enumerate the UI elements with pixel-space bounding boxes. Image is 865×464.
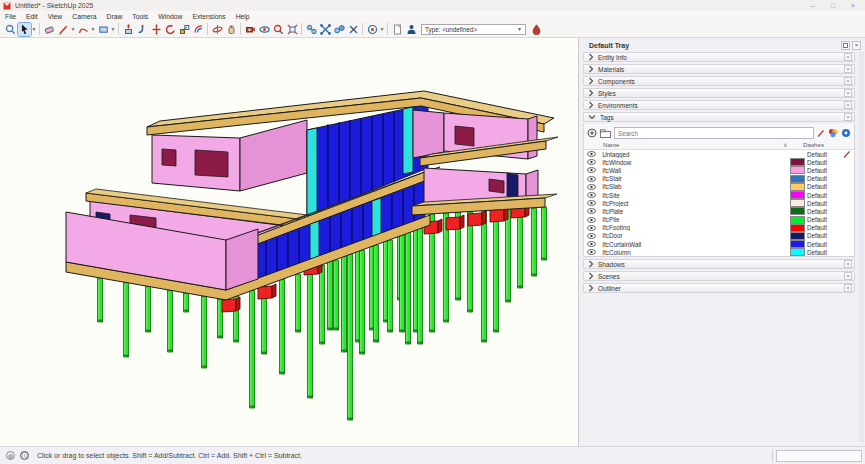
- tag-dashes-value[interactable]: Default: [807, 216, 838, 223]
- visibility-eye-icon[interactable]: [587, 167, 602, 173]
- zoom-tool-icon[interactable]: [272, 23, 285, 36]
- tag-dashes-value[interactable]: Default: [807, 200, 838, 207]
- freehand-flyout-caret[interactable]: ▼: [90, 26, 96, 32]
- visibility-eye-icon[interactable]: [587, 151, 602, 157]
- tag-dashes-value[interactable]: Default: [807, 208, 838, 215]
- menu-draw[interactable]: Draw: [101, 13, 127, 20]
- tag-color-swatch[interactable]: [790, 191, 805, 199]
- tag-row-ifcfooting[interactable]: IfcFootingDefault: [584, 224, 854, 232]
- tag-name[interactable]: IfcWindow: [602, 159, 789, 166]
- tag-dashes-value[interactable]: Default: [807, 159, 838, 166]
- menu-tools[interactable]: Tools: [127, 13, 153, 20]
- add-tag-button[interactable]: [587, 128, 597, 138]
- visibility-eye-icon[interactable]: [587, 233, 602, 239]
- tag-color-swatch[interactable]: [790, 224, 805, 232]
- new-page-tool-icon[interactable]: [391, 23, 404, 36]
- model-viewport[interactable]: [0, 38, 578, 446]
- orbit-tool-icon[interactable]: [211, 23, 224, 36]
- visibility-eye-icon[interactable]: [587, 208, 602, 214]
- tag-row-ifcsite[interactable]: IfcSiteDefault: [584, 191, 854, 199]
- tag-row-ifcproject[interactable]: IfcProjectDefault: [584, 199, 854, 207]
- tag-name[interactable]: IfcSlab: [602, 183, 789, 190]
- look-around-tool-icon[interactable]: [258, 23, 271, 36]
- sort-caret-icon[interactable]: ∨: [783, 141, 803, 148]
- tag-color-swatch[interactable]: [790, 216, 805, 224]
- move-tool-icon[interactable]: [150, 23, 163, 36]
- tray-section-materials[interactable]: Materials×: [583, 64, 855, 74]
- tag-dashes-value[interactable]: Default: [807, 151, 838, 158]
- visibility-eye-icon[interactable]: [587, 241, 602, 247]
- tag-dashes-value[interactable]: Default: [807, 224, 838, 231]
- tray-section-outliner[interactable]: Outliner×: [583, 283, 855, 293]
- components-menu-tool-icon[interactable]: [366, 23, 379, 36]
- visibility-eye-icon[interactable]: [587, 192, 602, 198]
- tag-name[interactable]: IfcDoor: [602, 232, 789, 239]
- search-tool-icon[interactable]: [4, 23, 17, 36]
- tag-color-swatch[interactable]: [790, 158, 805, 166]
- chevron-down-icon[interactable]: ▼: [517, 26, 522, 32]
- section-close-button[interactable]: ×: [844, 101, 852, 109]
- visibility-eye-icon[interactable]: [587, 200, 602, 206]
- tag-name[interactable]: IfcPlate: [602, 208, 789, 215]
- section-close-button[interactable]: ×: [844, 89, 852, 97]
- tag-row-ifcpile[interactable]: IfcPileDefault: [584, 216, 854, 224]
- rotate-tool-icon[interactable]: [164, 23, 177, 36]
- tray-section-shadows[interactable]: Shadows×: [583, 259, 855, 269]
- menu-view[interactable]: View: [43, 13, 68, 20]
- pencil-tool-icon[interactable]: [57, 23, 70, 36]
- menu-file[interactable]: File: [0, 13, 21, 20]
- tray-scrollbar[interactable]: [859, 52, 864, 442]
- classifier-spheres-tool-icon[interactable]: [333, 23, 346, 36]
- chevron-right-icon[interactable]: [588, 65, 594, 73]
- select-flyout-caret[interactable]: ▼: [31, 26, 37, 32]
- section-close-button[interactable]: ×: [844, 77, 852, 85]
- tag-row-ifccolumn[interactable]: IfcColumnDefault: [584, 248, 854, 256]
- classifier-paint-tool-icon[interactable]: [530, 23, 543, 36]
- visibility-eye-icon[interactable]: [587, 159, 602, 165]
- close-button[interactable]: ×: [851, 2, 855, 9]
- column-header-dashes[interactable]: Dashes: [803, 141, 824, 148]
- eraser-tool-icon[interactable]: [43, 23, 56, 36]
- menu-extensions[interactable]: Extensions: [187, 13, 230, 20]
- section-close-button[interactable]: ×: [844, 272, 852, 280]
- tag-name[interactable]: IfcStair: [602, 175, 789, 182]
- tag-name[interactable]: IfcColumn: [602, 249, 789, 256]
- edit-tag-icon[interactable]: [817, 129, 825, 137]
- visibility-eye-icon[interactable]: [587, 217, 602, 223]
- tag-row-ifcwall[interactable]: IfcWallDefault: [584, 166, 854, 174]
- minimize-button[interactable]: –: [811, 2, 815, 9]
- tray-section-components[interactable]: Components×: [583, 76, 855, 86]
- classifier-x-tool-icon[interactable]: [347, 23, 360, 36]
- tag-name[interactable]: IfcWall: [602, 167, 789, 174]
- visibility-eye-icon[interactable]: [587, 176, 602, 182]
- color-by-tag-icon[interactable]: [828, 128, 838, 138]
- tray-close-button[interactable]: ×: [852, 41, 861, 50]
- follow-me-tool-icon[interactable]: [136, 23, 149, 36]
- tag-dashes-value[interactable]: Default: [807, 249, 838, 256]
- tag-color-swatch[interactable]: [790, 248, 805, 256]
- pencil-flyout-caret[interactable]: ▼: [70, 26, 76, 32]
- tag-dashes-value[interactable]: Default: [807, 175, 838, 182]
- measurements-input[interactable]: [776, 450, 862, 462]
- building-model[interactable]: [0, 38, 578, 446]
- menu-help[interactable]: Help: [231, 13, 255, 20]
- tag-name[interactable]: IfcCurtainWall: [602, 241, 789, 248]
- zoom-extents-tool-icon[interactable]: [286, 23, 299, 36]
- tray-section-tags[interactable]: Tags×: [583, 112, 855, 122]
- menu-edit[interactable]: Edit: [21, 13, 43, 20]
- chevron-right-icon[interactable]: [588, 260, 594, 268]
- tag-row-ifcplate[interactable]: IfcPlateDefault: [584, 207, 854, 215]
- tag-dashes-value[interactable]: Default: [807, 183, 838, 190]
- type-dropdown[interactable]: Type: <undefined>▼: [421, 24, 526, 35]
- add-person-tool-icon[interactable]: [405, 23, 418, 36]
- tag-name[interactable]: IfcFooting: [602, 224, 789, 231]
- column-header-name[interactable]: Name: [603, 141, 783, 148]
- section-close-button[interactable]: ×: [844, 65, 852, 73]
- tag-row-untagged[interactable]: UntaggedDefault: [584, 150, 854, 158]
- maximize-button[interactable]: □: [831, 2, 835, 9]
- tray-section-environments[interactable]: Environments×: [583, 100, 855, 110]
- chevron-right-icon[interactable]: [588, 77, 594, 85]
- select-tool-icon[interactable]: [18, 23, 31, 36]
- scale-tool-icon[interactable]: [178, 23, 191, 36]
- tag-row-ifcdoor[interactable]: IfcDoorDefault: [584, 232, 854, 240]
